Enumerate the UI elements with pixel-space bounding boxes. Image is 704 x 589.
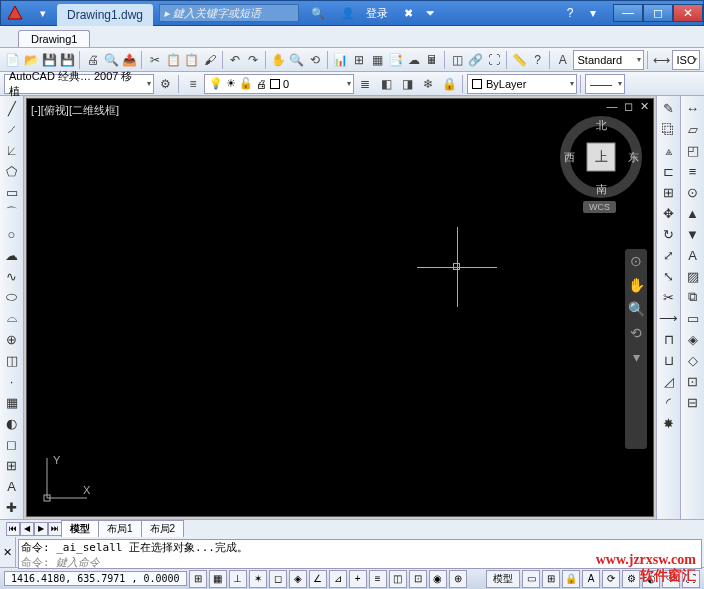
ungroup-icon[interactable]: ⊟ — [683, 392, 703, 412]
model-space-toggle[interactable]: 模型 — [486, 570, 520, 588]
undo-icon[interactable]: ↶ — [226, 50, 243, 70]
nav-zoom-icon[interactable]: 🔍 — [628, 301, 645, 317]
region2-icon[interactable]: ◰ — [683, 140, 703, 160]
dyn-toggle[interactable]: + — [349, 570, 367, 588]
extend-icon[interactable]: ⟶ — [659, 308, 679, 328]
selectsim-icon[interactable]: ◇ — [683, 350, 703, 370]
arc-icon[interactable]: ⌒ — [2, 203, 22, 223]
text-front-icon[interactable]: A — [683, 245, 703, 265]
id-icon[interactable]: ⊙ — [683, 182, 703, 202]
list-icon[interactable]: ≡ — [683, 161, 703, 181]
qselect-icon[interactable]: ◈ — [683, 329, 703, 349]
help-icon[interactable]: ? — [560, 3, 580, 23]
tab-first-icon[interactable]: ⏮ — [6, 522, 20, 536]
addselected-icon[interactable]: ✚ — [2, 497, 22, 517]
tab-next-icon[interactable]: ▶ — [34, 522, 48, 536]
layerlck-icon[interactable]: 🔒 — [439, 74, 459, 94]
lwt-toggle[interactable]: ≡ — [369, 570, 387, 588]
layerprev-icon[interactable]: ≣ — [355, 74, 375, 94]
selectall-icon[interactable]: ▭ — [683, 308, 703, 328]
markup-icon[interactable]: ☁ — [405, 50, 422, 70]
offset-icon[interactable]: ⊏ — [659, 161, 679, 181]
area-icon[interactable]: ▱ — [683, 119, 703, 139]
chamfer-icon[interactable]: ◿ — [659, 371, 679, 391]
command-close-icon[interactable]: ✕ — [0, 537, 16, 567]
qp-toggle[interactable]: ⊡ — [409, 570, 427, 588]
linetype-dropdown[interactable]: —— — [585, 74, 625, 94]
osnap-toggle[interactable]: ◻ — [269, 570, 287, 588]
new-icon[interactable]: 📄 — [4, 50, 21, 70]
hatch-icon[interactable]: ▦ — [2, 392, 22, 412]
model-tab[interactable]: 模型 — [61, 520, 99, 537]
vp-min-icon[interactable]: — — [605, 99, 619, 113]
quickview-layouts-icon[interactable]: ▭ — [522, 570, 540, 588]
am-toggle[interactable]: ⊕ — [449, 570, 467, 588]
fillet-icon[interactable]: ◜ — [659, 392, 679, 412]
move-icon[interactable]: ✥ — [659, 203, 679, 223]
exchange-icon[interactable]: ✖ — [400, 7, 417, 20]
coordinates-display[interactable]: 1416.4180, 635.7971 , 0.0000 — [4, 571, 187, 586]
toolpalette-icon[interactable]: ▦ — [368, 50, 385, 70]
ref-icon[interactable]: 🔗 — [467, 50, 484, 70]
workspace-dropdown[interactable]: AutoCAD 经典… 2007 移植 — [4, 74, 154, 94]
insert-icon[interactable]: ⊕ — [2, 329, 22, 349]
block-icon[interactable]: ◫ — [449, 50, 466, 70]
redo-icon[interactable]: ↷ — [245, 50, 262, 70]
copy-icon[interactable]: 📋 — [164, 50, 181, 70]
fullnav-icon[interactable]: ⊙ — [630, 253, 642, 269]
maximize-button[interactable]: ◻ — [643, 4, 673, 22]
search-input[interactable]: ▸鍵入关键字或短语 — [159, 4, 299, 22]
mtext-icon[interactable]: A — [2, 476, 22, 496]
search-icon[interactable]: 🔍 — [307, 7, 329, 20]
plot-icon[interactable]: 🖨 — [84, 50, 101, 70]
stretch-icon[interactable]: ⤡ — [659, 266, 679, 286]
wcs-badge[interactable]: WCS — [583, 201, 616, 213]
layerfrz-icon[interactable]: ❄ — [418, 74, 438, 94]
save-icon[interactable]: 💾 — [41, 50, 58, 70]
point-icon[interactable]: · — [2, 371, 22, 391]
vp-max-icon[interactable]: ◻ — [621, 99, 635, 113]
annoscale-icon[interactable]: 🔒 — [562, 570, 580, 588]
quickview-dwg-icon[interactable]: ⊞ — [542, 570, 560, 588]
quickcalc-icon[interactable]: 🖩 — [424, 50, 441, 70]
layermgr-icon[interactable]: ≡ — [183, 74, 203, 94]
erase-icon[interactable]: ✎ — [659, 98, 679, 118]
saveas-icon[interactable]: 💾 — [59, 50, 76, 70]
app-logo-icon[interactable] — [5, 3, 25, 23]
textstyle-dropdown[interactable]: Standard — [573, 50, 644, 70]
stayconnected-icon[interactable]: ⏷ — [421, 7, 440, 19]
draworder-icon[interactable]: ⧉ — [683, 287, 703, 307]
zoom-icon[interactable]: 🔍 — [288, 50, 305, 70]
rectangle-icon[interactable]: ▭ — [2, 182, 22, 202]
grid-toggle[interactable]: ▦ — [209, 570, 227, 588]
viewport[interactable]: [-][俯视][二维线框] — ◻ ✕ 上 北 南 东 西 WCS ⊙ — [26, 98, 654, 517]
polygon-icon[interactable]: ⬠ — [2, 161, 22, 181]
3dosnap-toggle[interactable]: ◈ — [289, 570, 307, 588]
preview-icon[interactable]: 🔍 — [103, 50, 120, 70]
line-icon[interactable]: ╱ — [2, 98, 22, 118]
gradient-icon[interactable]: ◐ — [2, 413, 22, 433]
layeriso-icon[interactable]: ◧ — [376, 74, 396, 94]
paste-icon[interactable]: 📋 — [183, 50, 200, 70]
cut-icon[interactable]: ✂ — [146, 50, 163, 70]
sendback-icon[interactable]: ▼ — [683, 224, 703, 244]
layer-dropdown[interactable]: 💡 ☀ 🔓 🖨 0 — [204, 74, 354, 94]
viewport-label[interactable]: [-][俯视][二维线框] — [31, 103, 119, 118]
array-icon[interactable]: ⊞ — [659, 182, 679, 202]
properties-icon[interactable]: 📊 — [332, 50, 349, 70]
app-menu-icon[interactable]: ▾ — [33, 3, 53, 23]
hatch-back-icon[interactable]: ▨ — [683, 266, 703, 286]
copy-obj-icon[interactable]: ⿻ — [659, 119, 679, 139]
help2-icon[interactable]: ? — [529, 50, 546, 70]
nav-pan-icon[interactable]: ✋ — [628, 277, 645, 293]
annoscale-dropdown[interactable]: ISO — [672, 50, 701, 70]
xline-icon[interactable]: ⟋ — [2, 119, 22, 139]
color-dropdown[interactable]: ByLayer — [467, 74, 577, 94]
pan-icon[interactable]: ✋ — [270, 50, 287, 70]
sheetset-icon[interactable]: 📑 — [387, 50, 404, 70]
makeblock-icon[interactable]: ◫ — [2, 350, 22, 370]
ellipse-icon[interactable]: ⬭ — [2, 287, 22, 307]
snap-toggle[interactable]: ⊞ — [189, 570, 207, 588]
bringfront-icon[interactable]: ▲ — [683, 203, 703, 223]
scale-icon[interactable]: ⤢ — [659, 245, 679, 265]
